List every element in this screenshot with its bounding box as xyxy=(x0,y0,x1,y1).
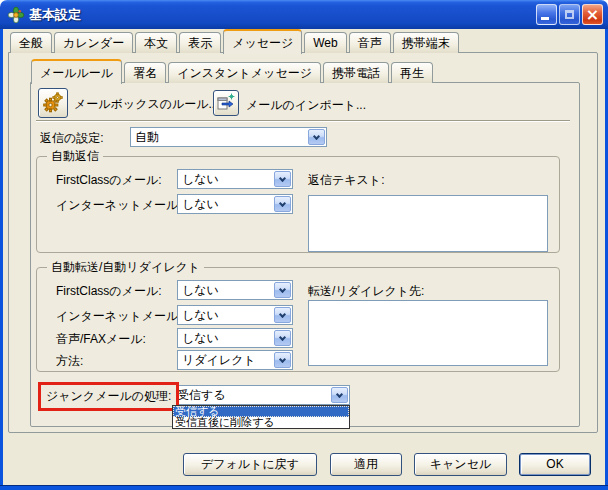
main-tabbar: 全般 カレンダー 本文 表示 メッセージ Web 音声 携帯端末 xyxy=(10,30,461,53)
auto-reply-internet-label: インターネットメール: xyxy=(56,198,182,212)
preferences-window: 基本設定 × 全般 カレンダー 本文 表示 メッセージ Web 音声 携帯端末 … xyxy=(0,0,608,490)
chevron-down-icon[interactable] xyxy=(331,387,348,403)
reply-text-area[interactable] xyxy=(308,195,548,252)
auto-reply-group-title: 自動返信 xyxy=(47,149,103,163)
auto-reply-firstclass-value: しない xyxy=(178,171,273,188)
chevron-down-icon[interactable] xyxy=(308,129,325,145)
chevron-down-icon[interactable] xyxy=(274,307,291,323)
chevron-down-icon[interactable] xyxy=(274,352,291,368)
junk-mail-label: ジャンクメールの処理: xyxy=(46,389,171,403)
mail-import-label[interactable]: メールのインポート... xyxy=(246,97,366,114)
window-border-bottom xyxy=(0,485,608,490)
maximize-button[interactable] xyxy=(559,4,580,25)
chevron-down-icon[interactable] xyxy=(274,282,291,298)
maximize-icon xyxy=(565,10,574,19)
forward-firstclass-value: しない xyxy=(178,282,273,299)
forward-destination-area[interactable] xyxy=(308,300,548,366)
forward-internet-value: しない xyxy=(178,307,273,324)
forward-destination-label: 転送/リダイレクト先: xyxy=(308,284,424,298)
auto-reply-internet-select[interactable]: しない xyxy=(177,194,293,214)
chevron-down-icon[interactable] xyxy=(274,196,291,212)
forward-voicefax-select[interactable]: しない xyxy=(177,328,293,348)
reply-setting-select[interactable]: 自動 xyxy=(130,127,327,147)
forward-firstclass-select[interactable]: しない xyxy=(177,280,293,300)
junk-mail-select[interactable]: 受信する xyxy=(172,385,350,405)
tab-mail-rules[interactable]: メールルール xyxy=(31,59,122,84)
forward-method-label: 方法: xyxy=(56,354,83,368)
tab-instant-message[interactable]: インスタントメッセージ xyxy=(168,62,321,83)
forward-voicefax-value: しない xyxy=(178,330,273,347)
junk-mail-option-receive[interactable]: 受信する xyxy=(173,406,349,417)
junk-mail-dropdown-list: 受信する 受信直後に削除する xyxy=(172,405,350,429)
mail-import-button[interactable] xyxy=(213,90,239,116)
tab-playback[interactable]: 再生 xyxy=(391,62,433,83)
tab-web[interactable]: Web xyxy=(304,32,346,53)
mailbox-rules-button[interactable] xyxy=(38,88,68,118)
tab-mobile[interactable]: 携帯端末 xyxy=(393,32,459,53)
message-subtabbar: メールルール 署名 インスタントメッセージ 携帯電話 再生 xyxy=(31,60,435,83)
reply-setting-value: 自動 xyxy=(131,129,307,146)
mailbox-rules-label[interactable]: メールボックスのルール... xyxy=(74,96,219,113)
toolbar-separator xyxy=(36,120,570,122)
window-controls: × xyxy=(536,4,603,25)
junk-mail-option-delete-on-receipt[interactable]: 受信直後に削除する xyxy=(173,417,349,428)
auto-reply-internet-value: しない xyxy=(178,196,273,213)
auto-reply-firstclass-select[interactable]: しない xyxy=(177,169,293,189)
close-icon: × xyxy=(586,7,599,23)
tab-calendar[interactable]: カレンダー xyxy=(54,32,133,53)
reply-text-label: 返信テキスト: xyxy=(308,173,384,187)
forward-firstclass-label: FirstClassのメール: xyxy=(56,284,162,298)
forward-method-select[interactable]: リダイレクト xyxy=(177,350,293,370)
tab-general[interactable]: 全般 xyxy=(10,32,52,53)
tab-voice[interactable]: 音声 xyxy=(349,32,391,53)
window-title: 基本設定 xyxy=(29,6,536,24)
tab-mobile-phone[interactable]: 携帯電話 xyxy=(323,62,389,83)
close-button[interactable]: × xyxy=(582,4,603,25)
tab-display[interactable]: 表示 xyxy=(179,32,221,53)
titlebar[interactable]: 基本設定 × xyxy=(0,0,608,29)
reply-setting-label: 返信の設定: xyxy=(40,131,104,145)
cancel-button[interactable]: キャンセル xyxy=(414,453,507,476)
ok-button[interactable]: OK xyxy=(519,453,591,476)
restore-defaults-button[interactable]: デフォルトに戻す xyxy=(183,453,317,476)
chevron-down-icon[interactable] xyxy=(274,171,291,187)
forward-method-value: リダイレクト xyxy=(178,352,273,369)
gears-icon xyxy=(41,90,65,117)
forward-internet-label: インターネットメール: xyxy=(56,309,182,323)
firstclass-flower-icon xyxy=(7,6,25,24)
junk-mail-highlight: ジャンクメールの処理: xyxy=(38,382,179,411)
auto-reply-firstclass-label: FirstClassのメール: xyxy=(56,173,162,187)
junk-mail-value: 受信する xyxy=(173,387,330,404)
auto-forward-group-title: 自動転送/自動リダイレクト xyxy=(47,260,204,274)
tab-signature[interactable]: 署名 xyxy=(124,62,166,83)
minimize-icon xyxy=(541,17,549,20)
forward-internet-select[interactable]: しない xyxy=(177,305,293,325)
tab-body[interactable]: 本文 xyxy=(135,32,177,53)
apply-button[interactable]: 適用 xyxy=(330,453,402,476)
import-window-icon xyxy=(216,92,236,115)
minimize-button[interactable] xyxy=(536,4,557,25)
tab-message[interactable]: メッセージ xyxy=(223,29,302,54)
chevron-down-icon[interactable] xyxy=(274,330,291,346)
forward-voicefax-label: 音声/FAXメール: xyxy=(56,332,146,346)
